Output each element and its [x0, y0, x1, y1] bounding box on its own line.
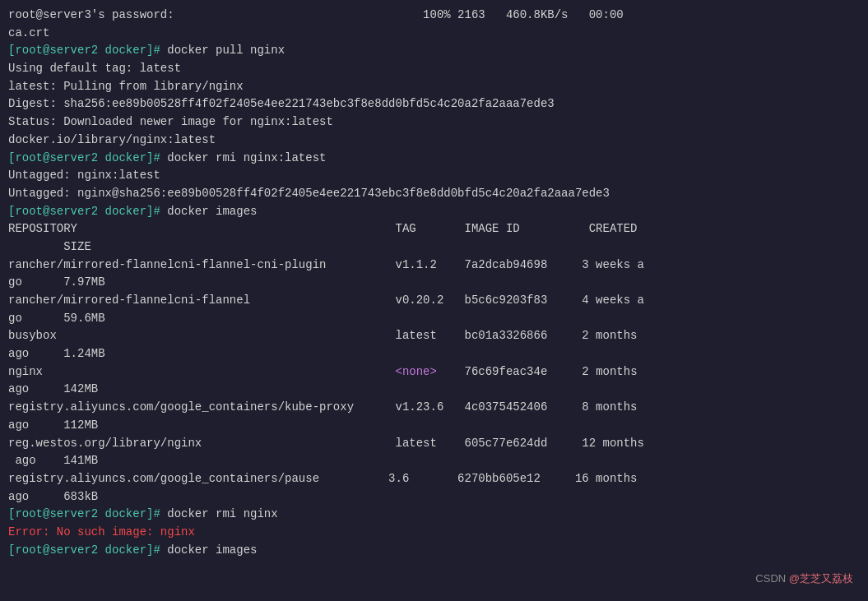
line-5: latest: Pulling from library/nginx: [8, 78, 860, 96]
line-r6b: ago 141MB: [8, 452, 860, 470]
line-7: Status: Downloaded newer image for nginx…: [8, 113, 860, 132]
line-r4: nginx <none> 76c69feac34e 2 months: [8, 363, 860, 381]
line-r4b: ago 142MB: [8, 381, 860, 399]
line-r1: rancher/mirrored-flannelcni-flannel-cni-…: [8, 257, 860, 275]
line-r3: busybox latest bc01a3326866 2 months: [8, 327, 860, 345]
line-error: Error: No such image: nginx: [8, 524, 860, 542]
line-r5: registry.aliyuncs.com/google_containers/…: [8, 399, 860, 417]
line-cmd3: [root@server2 docker]# docker images: [8, 542, 860, 560]
line-11: Untagged: nginx@sha256:ee89b00528ff4f02f…: [8, 185, 860, 203]
line-2: ca.crt: [8, 25, 860, 43]
line-10: Untagged: nginx:latest: [8, 167, 860, 185]
terminal: root@server3's password: 100% 2163 460.8…: [0, 0, 868, 601]
line-1: root@server3's password: 100% 2163 460.8…: [8, 7, 860, 25]
line-r2: rancher/mirrored-flannelcni-flannel v0.2…: [8, 292, 860, 310]
line-6: Digest: sha256:ee89b00528ff4f02f2405e4ee…: [8, 95, 860, 113]
line-r1b: go 7.97MB: [8, 274, 860, 292]
line-r7b: ago 683kB: [8, 488, 860, 506]
line-header2: SIZE: [8, 238, 860, 257]
line-r7: registry.aliyuncs.com/google_containers/…: [8, 470, 860, 488]
line-3: [root@server2 docker]# docker pull nginx: [8, 42, 860, 60]
line-8: docker.io/library/nginx:latest: [8, 132, 860, 150]
line-9: [root@server2 docker]# docker rmi nginx:…: [8, 150, 860, 168]
line-12: [root@server2 docker]# docker images: [8, 203, 860, 221]
line-r2b: go 59.6MB: [8, 310, 860, 328]
line-4: Using default tag: latest: [8, 60, 860, 78]
line-r3b: ago 1.24MB: [8, 345, 860, 363]
line-header: REPOSITORY TAG IMAGE ID CREATED: [8, 220, 860, 238]
line-r6: reg.westos.org/library/nginx latest 605c…: [8, 435, 860, 453]
line-cmd2: [root@server2 docker]# docker rmi nginx: [8, 506, 860, 524]
line-r5b: ago 112MB: [8, 417, 860, 435]
watermark: CSDN @芝芝又荔枝: [755, 571, 853, 586]
